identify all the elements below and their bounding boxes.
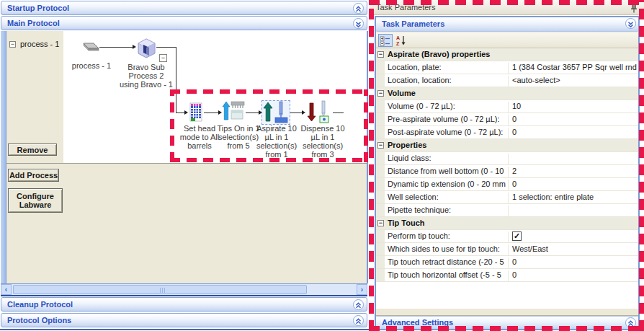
scroll-left-button[interactable]: ‹ xyxy=(1,284,12,295)
property-label: Perform tip touch: xyxy=(385,231,509,242)
highlight-box-panel-top xyxy=(369,0,644,5)
category-collapse-icon[interactable]: − xyxy=(377,142,384,149)
property-value[interactable]: 1 selection: entire plate xyxy=(509,193,638,201)
tree-process-item[interactable]: process - 1 xyxy=(20,40,59,48)
property-row[interactable]: Perform tip touch:✓ xyxy=(376,230,638,243)
property-row[interactable]: Tip touch horizontal offset (-5 - 50 xyxy=(376,269,638,282)
property-value[interactable]: 10 xyxy=(509,102,638,110)
connector-line xyxy=(99,47,133,48)
grid-margin xyxy=(376,178,385,190)
property-value[interactable]: ✓ xyxy=(509,231,638,241)
dispense-icon[interactable] xyxy=(306,100,332,123)
checkbox-icon[interactable]: ✓ xyxy=(512,231,522,241)
configure-labware-button[interactable]: Configure Labware xyxy=(8,188,63,213)
highlight-box-panel-bottom xyxy=(369,326,644,331)
plate-icon[interactable] xyxy=(80,41,100,53)
property-label: Location, location: xyxy=(385,76,509,87)
category-row[interactable]: −Properties xyxy=(376,139,638,152)
property-label: Liquid class: xyxy=(385,154,509,164)
connector-line xyxy=(156,47,176,48)
property-row[interactable]: Volume (0 - 72 µL):10 xyxy=(376,100,638,113)
property-row[interactable]: Location, plate:1 (384 Costar 3657 PP Sq… xyxy=(376,61,638,74)
task-parameters-panel: Task Parameters A Z xyxy=(375,16,640,330)
grid-margin xyxy=(376,152,385,164)
property-row[interactable]: Distance from well bottom (0 - 102 xyxy=(376,165,638,178)
task-parameters-header[interactable]: Task Parameters xyxy=(376,17,638,32)
scroll-right-button[interactable]: › xyxy=(357,284,367,295)
property-value[interactable]: 0 xyxy=(509,270,638,279)
remove-button[interactable]: Remove xyxy=(8,144,57,156)
connector-line xyxy=(176,47,176,113)
category-collapse-icon[interactable]: − xyxy=(377,90,384,97)
categorized-icon[interactable] xyxy=(378,34,393,47)
property-row[interactable]: Tip touch retract distance (-20 - 50 xyxy=(376,256,638,269)
grid-margin xyxy=(376,113,385,125)
property-row[interactable]: Post-aspirate volume (0 - 72 µL):0 xyxy=(376,126,638,139)
property-label: Distance from well bottom (0 - 10 xyxy=(385,167,509,177)
category-title: Tip Touch xyxy=(388,219,425,227)
property-value[interactable]: 1 (384 Costar 3657 PP Sqr well rnd xyxy=(509,63,638,71)
property-value[interactable]: 0 xyxy=(509,115,638,123)
property-grid[interactable]: −Aspirate (Bravo) propertiesLocation, pl… xyxy=(376,48,638,308)
expand-down-icon[interactable] xyxy=(625,18,636,29)
property-value[interactable]: West/East xyxy=(509,244,638,253)
property-row[interactable]: Which sides to use for tip touch:West/Ea… xyxy=(376,243,638,256)
property-value[interactable]: <auto-select> xyxy=(509,76,638,84)
property-label: Pre-aspirate volume (0 - 72 µL): xyxy=(385,115,509,125)
property-row[interactable]: Well selection:1 selection: entire plate xyxy=(376,191,638,204)
property-row[interactable]: Location, location:<auto-select> xyxy=(376,74,638,87)
property-row[interactable]: Liquid class: xyxy=(376,152,638,165)
category-collapse-icon[interactable]: − xyxy=(377,51,384,58)
property-label: Well selection: xyxy=(385,193,509,203)
protocol-options-label: Protocol Options xyxy=(7,316,71,325)
aspirate-icon[interactable] xyxy=(262,101,290,124)
property-label: Pipette technique: xyxy=(385,206,509,216)
category-row[interactable]: −Aspirate (Bravo) properties xyxy=(376,48,638,61)
main-protocol-header[interactable]: Main Protocol xyxy=(1,16,367,30)
connector-line xyxy=(333,112,344,113)
grid-margin xyxy=(376,269,385,281)
collapse-up-icon[interactable] xyxy=(353,299,364,310)
property-label: Location, plate: xyxy=(385,63,509,74)
grid-margin xyxy=(376,126,385,138)
highlight-box-steps-top xyxy=(170,89,369,94)
grid-margin xyxy=(376,204,385,216)
cleanup-protocol-header[interactable]: Cleanup Protocol xyxy=(1,297,367,312)
aspirate-step-selection[interactable] xyxy=(261,100,290,125)
step-label: Dispense 10 µL in 1 selection(s) from 3 xyxy=(300,124,345,159)
property-value[interactable]: 0 xyxy=(509,257,638,266)
collapse-up-icon[interactable] xyxy=(353,315,364,326)
property-row[interactable]: Pipette technique: xyxy=(376,204,638,217)
tips-on-icon[interactable] xyxy=(222,100,245,122)
property-grid-toolbar: A Z xyxy=(376,32,638,48)
collapse-up-icon[interactable] xyxy=(353,3,364,14)
tree-collapse-icon[interactable]: − xyxy=(9,41,16,48)
horizontal-scrollbar[interactable]: ‹ › xyxy=(1,283,367,296)
bravo-subprocess-icon[interactable] xyxy=(137,38,156,61)
scrollbar-thumb[interactable] xyxy=(13,285,307,294)
category-row[interactable]: −Volume xyxy=(376,87,638,100)
sort-az-icon[interactable]: A Z xyxy=(394,34,408,47)
highlight-box-steps-left xyxy=(170,89,174,162)
connector-arrow xyxy=(302,110,305,115)
add-process-button[interactable]: Add Process xyxy=(8,169,59,182)
protocol-options-header[interactable]: Protocol Options xyxy=(1,313,367,327)
property-label: Tip touch retract distance (-20 - 5 xyxy=(385,257,509,268)
property-value[interactable]: 2 xyxy=(509,167,638,175)
category-title: Properties xyxy=(388,141,426,149)
property-row[interactable]: Pre-aspirate volume (0 - 72 µL):0 xyxy=(376,113,638,126)
description-splitter[interactable] xyxy=(376,308,638,316)
property-row[interactable]: Dynamic tip extension (0 - 20 mm0 xyxy=(376,178,638,191)
startup-protocol-header[interactable]: Startup Protocol xyxy=(1,1,367,15)
property-value[interactable]: 0 xyxy=(509,180,638,188)
category-row[interactable]: −Tip Touch xyxy=(376,217,638,230)
category-collapse-icon[interactable]: − xyxy=(377,220,384,226)
subprocess-collapse-icon[interactable]: − xyxy=(159,54,167,62)
property-value[interactable]: 0 xyxy=(509,128,638,136)
set-head-mode-icon[interactable] xyxy=(189,102,202,122)
highlight-box-panel-left xyxy=(369,0,374,331)
property-label: Which sides to use for tip touch: xyxy=(385,244,509,255)
highlight-box-steps-bottom xyxy=(170,158,369,162)
connector-arrow xyxy=(133,45,136,49)
expand-down-icon[interactable] xyxy=(353,18,364,29)
